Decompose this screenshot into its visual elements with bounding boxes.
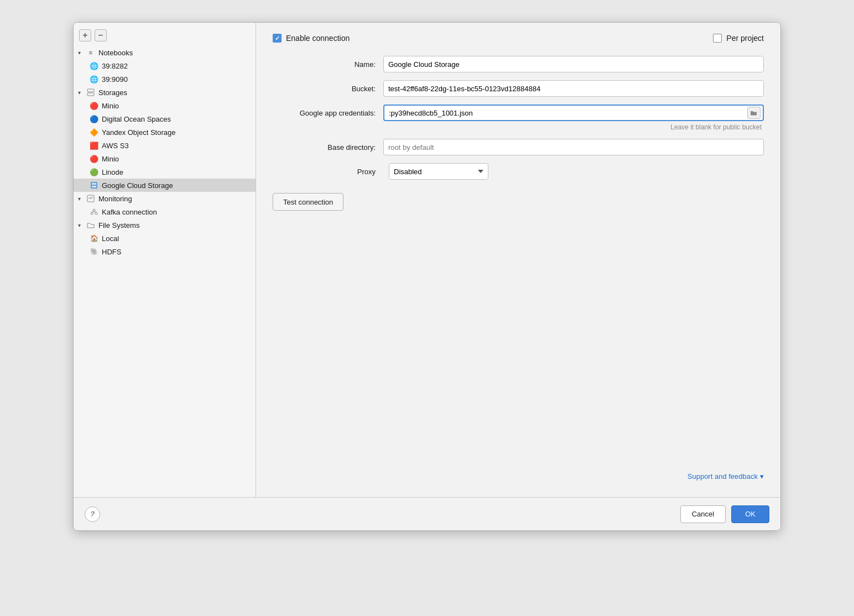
arrow-icon: ▾ xyxy=(78,90,86,96)
notebooks-icon: ≡ xyxy=(86,48,96,58)
cancel-button[interactable]: Cancel xyxy=(680,505,726,523)
sidebar-item-minio2[interactable]: 🔴 Minio xyxy=(74,152,256,165)
kafka-icon xyxy=(89,207,99,217)
svg-rect-1 xyxy=(87,93,94,96)
sidebar-item-label: Linode xyxy=(102,168,123,176)
enable-connection-checkbox[interactable] xyxy=(273,34,282,43)
fs-icon xyxy=(86,220,96,230)
credentials-row: Google app credentials: xyxy=(273,105,764,121)
sidebar-item-kafka[interactable]: Kafka connection xyxy=(74,205,256,218)
sidebar-item-hdfs[interactable]: 🐘 HDFS xyxy=(74,245,256,258)
top-bar: Enable connection Per project xyxy=(273,34,764,43)
sidebar-item-label: Storages xyxy=(98,88,127,97)
sidebar-item-storages[interactable]: ▾ Storages xyxy=(74,86,256,99)
sidebar-item-label: 39:9090 xyxy=(102,75,128,83)
sidebar-item-label: AWS S3 xyxy=(102,142,129,150)
support-feedback-row: Support and feedback ▾ xyxy=(273,472,764,481)
credentials-hint: Leave it blank for public bucket xyxy=(383,123,764,131)
name-row: Name: xyxy=(273,56,764,72)
storages-icon xyxy=(86,87,96,97)
svg-line-9 xyxy=(92,197,93,198)
svg-point-11 xyxy=(91,212,93,215)
credentials-label: Google app credentials: xyxy=(273,109,383,117)
bucket-row: Bucket: xyxy=(273,80,764,97)
footer-actions: Cancel OK xyxy=(680,505,769,523)
sidebar-item-yandex[interactable]: 🔶 Yandex Object Storage xyxy=(74,126,256,139)
proxy-row: Proxy Disabled System proxy Manual proxy xyxy=(273,163,764,180)
svg-line-14 xyxy=(94,211,96,212)
hdfs-icon: 🐘 xyxy=(89,247,99,257)
base-directory-input[interactable] xyxy=(383,139,764,155)
sidebar-item-aws[interactable]: 🟥 AWS S3 xyxy=(74,139,256,152)
dropdown-arrow-icon: ▾ xyxy=(760,472,764,481)
arrow-icon: ▾ xyxy=(78,196,86,202)
bucket-input[interactable] xyxy=(383,80,764,97)
sidebar-item-label: Local xyxy=(102,234,119,243)
notebook-icon: 🌐 xyxy=(89,74,99,84)
sidebar-item-label: Minio xyxy=(102,155,119,163)
sidebar-item-label: HDFS xyxy=(102,248,121,256)
test-connection-row: Test connection xyxy=(273,193,764,211)
sidebar-item-label: Google Cloud Storage xyxy=(102,181,173,190)
minio-icon: 🔴 xyxy=(89,101,99,111)
sidebar-item-nb1[interactable]: 🌐 39:8282 xyxy=(74,59,256,72)
test-connection-button[interactable]: Test connection xyxy=(273,193,343,211)
svg-line-13 xyxy=(92,211,94,212)
sidebar-item-linode[interactable]: 🟢 Linode xyxy=(74,165,256,179)
sidebar-item-label: Digital Ocean Spaces xyxy=(102,115,171,123)
sidebar-item-do[interactable]: 🔵 Digital Ocean Spaces xyxy=(74,112,256,126)
credentials-input[interactable] xyxy=(389,109,747,117)
sidebar-item-local[interactable]: 🏠 Local xyxy=(74,232,256,245)
arrow-icon: ▾ xyxy=(78,50,86,56)
linode-icon: 🟢 xyxy=(89,167,99,177)
local-icon: 🏠 xyxy=(89,233,99,243)
support-feedback-link[interactable]: Support and feedback ▾ xyxy=(688,472,764,481)
name-input[interactable] xyxy=(383,56,764,72)
browse-button[interactable] xyxy=(747,107,761,119)
sidebar-item-notebooks[interactable]: ▾ ≡ Notebooks xyxy=(74,46,256,59)
sidebar-item-minio1[interactable]: 🔴 Minio xyxy=(74,99,256,112)
proxy-select[interactable]: Disabled System proxy Manual proxy xyxy=(389,163,488,180)
support-feedback-label: Support and feedback xyxy=(688,472,758,481)
base-directory-row: Base directory: xyxy=(273,139,764,155)
base-directory-label: Base directory: xyxy=(273,143,383,152)
proxy-label: Proxy xyxy=(273,168,383,176)
help-button[interactable]: ? xyxy=(85,507,100,522)
notebook-icon: 🌐 xyxy=(89,61,99,71)
svg-point-12 xyxy=(95,212,97,215)
per-project-checkbox[interactable] xyxy=(713,34,722,43)
enable-connection-label: Enable connection xyxy=(286,34,350,43)
svg-rect-3 xyxy=(92,183,96,185)
sidebar-item-monitoring[interactable]: ▾ Monitoring xyxy=(74,192,256,205)
sidebar-item-label: File Systems xyxy=(98,221,139,229)
svg-rect-0 xyxy=(87,89,94,92)
sidebar-item-label: Notebooks xyxy=(98,49,133,57)
enable-connection-row: Enable connection xyxy=(273,34,350,43)
add-button[interactable]: + xyxy=(79,29,91,41)
sidebar-item-label: Yandex Object Storage xyxy=(102,128,175,137)
sidebar-toolbar: + − xyxy=(74,27,256,46)
yandex-icon: 🔶 xyxy=(89,127,99,137)
sidebar-item-label: 39:8282 xyxy=(102,62,128,70)
monitoring-icon xyxy=(86,194,96,203)
ok-button[interactable]: OK xyxy=(731,505,769,523)
sidebar-item-nb2[interactable]: 🌐 39:9090 xyxy=(74,72,256,86)
sidebar-item-label: Monitoring xyxy=(98,195,132,203)
per-project-label: Per project xyxy=(726,34,764,43)
sidebar-item-label: Kafka connection xyxy=(102,208,157,216)
dialog-footer: ? Cancel OK xyxy=(74,497,780,530)
sidebar-item-gcs[interactable]: Google Cloud Storage xyxy=(74,179,256,192)
remove-button[interactable]: − xyxy=(95,29,107,41)
aws-icon: 🟥 xyxy=(89,140,99,150)
per-project-row: Per project xyxy=(713,34,764,43)
svg-rect-4 xyxy=(92,186,96,187)
minio-icon: 🔴 xyxy=(89,154,99,164)
folder-browse-icon xyxy=(750,109,758,116)
svg-point-10 xyxy=(93,209,95,211)
arrow-icon: ▾ xyxy=(78,222,86,228)
name-label: Name: xyxy=(273,60,383,69)
svg-line-8 xyxy=(91,197,92,199)
bucket-label: Bucket: xyxy=(273,85,383,93)
sidebar-item-filesystems[interactable]: ▾ File Systems xyxy=(74,218,256,232)
gcs-icon xyxy=(89,180,99,190)
